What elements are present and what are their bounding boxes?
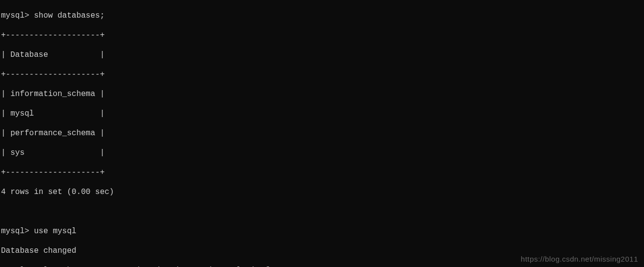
table-row: | performance_schema |: [1, 128, 643, 138]
command-text: show databases;: [34, 11, 104, 20]
watermark-text: https://blog.csdn.net/missing2011: [521, 255, 638, 264]
table-row: | sys |: [1, 148, 643, 158]
table-border: +--------------------+: [1, 70, 643, 79]
command-text: use mysql: [34, 227, 76, 236]
status-message: Database changed: [1, 246, 643, 256]
table-border: +--------------------+: [1, 30, 643, 40]
table-border: +--------------------+: [1, 168, 643, 177]
mysql-prompt: mysql>: [1, 227, 34, 236]
table-header: | Database |: [1, 50, 643, 60]
blank-line: [1, 207, 643, 217]
result-summary: 4 rows in set (0.00 sec): [1, 187, 643, 197]
terminal-output[interactable]: mysql> show databases; +----------------…: [1, 1, 643, 267]
table-row: | information_schema |: [1, 89, 643, 99]
mysql-prompt: mysql>: [1, 11, 34, 20]
table-row: | mysql |: [1, 109, 643, 119]
